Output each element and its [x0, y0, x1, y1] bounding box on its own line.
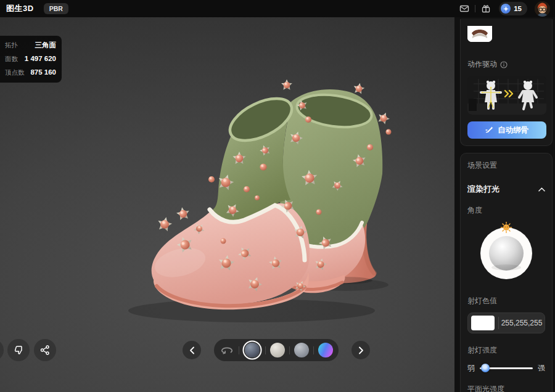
next-button[interactable] — [352, 341, 370, 359]
view-mode-clay[interactable] — [270, 343, 285, 357]
pbr-badge[interactable]: PBR — [44, 3, 68, 14]
chevron-right-icon — [358, 346, 364, 354]
app-root: 图生3D PBR 15 — [0, 0, 555, 392]
auto-rig-label: 自动绑骨 — [498, 125, 528, 136]
angle-label: 角度 — [467, 205, 545, 216]
light-angle-widget[interactable] — [477, 221, 536, 280]
motion-section-title: 动作驱动 — [467, 59, 497, 70]
scene-settings-label: 场景设置 — [467, 160, 545, 171]
info-icon[interactable] — [500, 61, 508, 68]
gift-icon[interactable] — [480, 3, 491, 14]
view-mode-switcher — [214, 339, 339, 361]
mail-icon[interactable] — [459, 3, 470, 14]
auto-rig-button[interactable]: 自动绑骨 — [467, 121, 546, 139]
strong-label: 强 — [538, 363, 545, 374]
stat-topology: 拓扑 三角面 — [5, 41, 56, 50]
topbar-divider — [475, 5, 475, 12]
thumbs-up-button[interactable] — [0, 339, 4, 361]
sun-icon — [501, 223, 512, 233]
stat-label: 顶点数 — [5, 68, 25, 77]
model-viewport[interactable]: 拓扑 三角面 面数 1 497 620 顶点数 875 160 — [0, 17, 454, 392]
sidebar: 动作驱动 — [454, 17, 555, 392]
source-image-thumb[interactable] — [467, 26, 492, 42]
sparkle-icon — [501, 4, 511, 14]
view-mode-normal[interactable] — [318, 343, 333, 357]
stat-value: 1 497 620 — [25, 55, 56, 62]
mesh-stats-panel: 拓扑 三角面 面数 1 497 620 顶点数 875 160 — [0, 36, 62, 83]
motion-card: 动作驱动 — [460, 18, 553, 146]
flat-intensity-label: 平面光强度 — [467, 384, 545, 392]
spot-intensity-label: 射灯强度 — [467, 345, 545, 356]
chevron-left-icon — [189, 346, 195, 354]
dislike-button[interactable] — [7, 339, 30, 361]
auto-rotate-button[interactable] — [220, 343, 234, 357]
share-icon — [39, 345, 51, 356]
stat-value: 875 160 — [30, 68, 56, 76]
credits-count: 15 — [514, 5, 522, 12]
spot-color-label: 射灯色值 — [467, 296, 545, 306]
divider — [289, 346, 290, 354]
scene-card: 场景设置 渲染打光 角度 — [460, 153, 553, 392]
view-mode-texture[interactable] — [294, 343, 309, 357]
divider — [265, 346, 266, 354]
rig-preview-image — [467, 76, 546, 115]
avatar[interactable] — [535, 1, 550, 17]
lighting-title: 渲染打光 — [467, 184, 500, 195]
stat-value: 三角面 — [35, 41, 57, 50]
wand-icon — [485, 126, 494, 134]
view-toolbar — [183, 339, 370, 361]
credits-badge[interactable]: 15 — [499, 2, 527, 15]
color-value: 255,255,255 — [499, 319, 545, 327]
prev-button[interactable] — [183, 341, 201, 359]
stat-faces: 面数 1 497 620 — [5, 55, 56, 63]
weak-label: 弱 — [467, 363, 475, 374]
divider — [239, 346, 239, 354]
model-3d-shoes — [105, 70, 426, 325]
stat-label: 面数 — [5, 55, 18, 63]
share-button[interactable] — [34, 339, 56, 361]
chevron-up-icon[interactable] — [538, 187, 545, 192]
app-title: 图生3D — [6, 3, 34, 14]
stat-label: 拓扑 — [5, 41, 18, 50]
rotate-icon — [221, 346, 233, 355]
slider-handle[interactable] — [481, 364, 490, 372]
lighting-section-header[interactable]: 渲染打光 — [467, 184, 545, 195]
spot-intensity-slider[interactable] — [480, 367, 533, 369]
spot-color-input[interactable]: 255,255,255 — [467, 312, 545, 333]
view-mode-render[interactable] — [245, 343, 260, 357]
stat-vertices: 顶点数 875 160 — [5, 68, 56, 77]
divider — [313, 346, 314, 354]
topbar: 图生3D PBR 15 — [0, 0, 555, 17]
color-swatch[interactable] — [471, 316, 495, 330]
thumbs-down-icon — [13, 345, 24, 356]
spot-intensity-slider-row: 弱 强 — [467, 364, 545, 372]
